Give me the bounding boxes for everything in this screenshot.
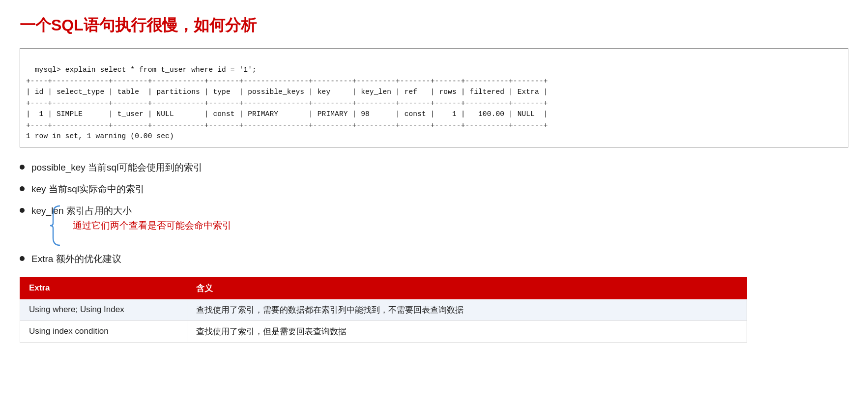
list-item: key 当前sql实际命中的索引 <box>20 183 848 196</box>
terminal-footer: 1 row in set, 1 warning (0.00 sec) <box>26 132 174 140</box>
bullet-list-extra: Extra 额外的优化建议 <box>20 253 848 265</box>
terminal-line1: mysql> explain select * from t_user wher… <box>35 66 257 74</box>
terminal-header: | id | select_type | table | partitions … <box>26 88 548 96</box>
extra-table: Extra 含义 Using where; Using Index 查找使用了索… <box>20 277 747 343</box>
terminal-datarow: | 1 | SIMPLE | t_user | NULL | const | P… <box>26 110 548 118</box>
terminal-sep1: +----+-------------+--------+-----------… <box>26 77 548 85</box>
table-row: Using index condition 查找使用了索引，但是需要回表查询数据 <box>20 320 747 342</box>
terminal-block: mysql> explain select * from t_user wher… <box>20 48 848 147</box>
annotation-group: 通过它们两个查看是否可能会命中索引 <box>49 203 848 248</box>
bullet-dot <box>20 165 25 170</box>
table-cell-extra-1: Using index condition <box>20 320 187 342</box>
table-cell-extra-0: Using where; Using Index <box>20 299 187 320</box>
bullet-dot <box>20 186 25 191</box>
terminal-sep3: +----+-------------+--------+-----------… <box>26 121 548 129</box>
bullet-text: Extra 额外的优化建议 <box>31 253 121 265</box>
table-cell-meaning-0: 查找使用了索引，需要的数据都在索引列中能找到，不需要回表查询数据 <box>187 299 747 320</box>
bullet-key-0: possible_key <box>31 162 86 173</box>
bullet-desc-1: 当前sql实际命中的索引 <box>46 184 145 194</box>
table-header-extra: Extra <box>20 277 187 299</box>
list-item: possible_key 当前sql可能会使用到的索引 <box>20 161 848 174</box>
table-header-meaning: 含义 <box>187 277 747 299</box>
bullet-text: key 当前sql实际命中的索引 <box>31 183 145 196</box>
bullet-text: possible_key 当前sql可能会使用到的索引 <box>31 161 203 174</box>
bullet-desc-3: 额外的优化建议 <box>53 254 121 264</box>
list-item: Extra 额外的优化建议 <box>20 253 848 265</box>
bullet-desc-2: 索引占用的大小 <box>64 205 132 216</box>
bullet-dot <box>20 256 25 261</box>
bullet-key-3: Extra <box>31 254 53 264</box>
bullet-text: key_len 索引占用的大小 <box>31 204 132 217</box>
page-title: 一个SQL语句执行很慢，如何分析 <box>20 15 848 36</box>
table-cell-meaning-1: 查找使用了索引，但是需要回表查询数据 <box>187 320 747 342</box>
terminal-sep2: +----+-------------+--------+-----------… <box>26 99 548 107</box>
bullet-key-1: key <box>31 184 46 194</box>
bracket-icon <box>49 203 64 248</box>
table-row: Using where; Using Index 查找使用了索引，需要的数据都在… <box>20 299 747 320</box>
bullet-dot <box>20 208 25 213</box>
bullet-desc-0: 当前sql可能会使用到的索引 <box>86 162 203 173</box>
annotation-text: 通过它们两个查看是否可能会命中索引 <box>73 219 231 232</box>
